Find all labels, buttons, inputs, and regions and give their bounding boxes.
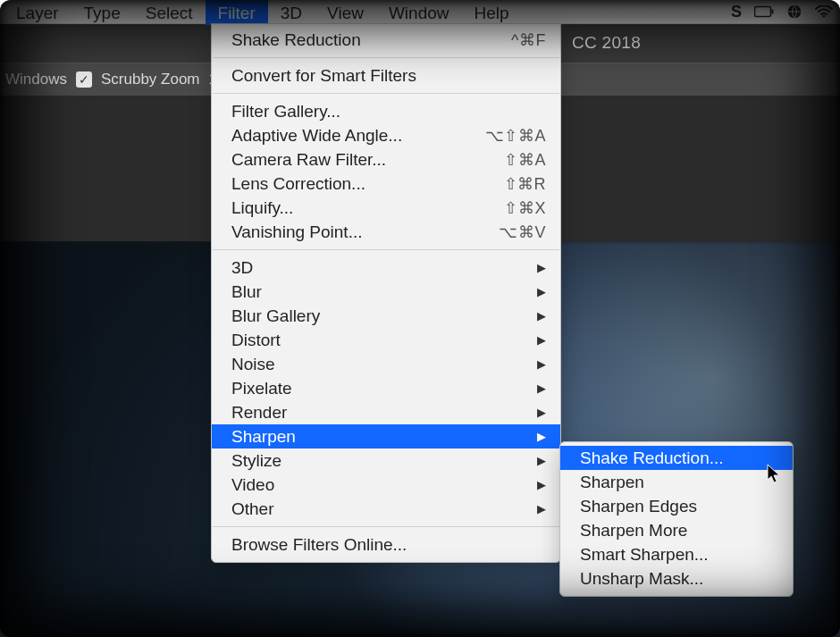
menu-item-shortcut: ⇧⌘R xyxy=(486,174,547,194)
svg-point-3 xyxy=(823,15,826,18)
menu-item-label: Sharpen More xyxy=(580,521,778,541)
submenu-arrow-icon: ▶ xyxy=(519,430,546,443)
menu-item-label: Blur xyxy=(231,282,519,302)
menu-item-convert-smart-filters[interactable]: Convert for Smart Filters xyxy=(212,63,560,88)
svg-rect-0 xyxy=(755,7,771,17)
menu-item-shortcut: ⌥⌘V xyxy=(481,222,546,242)
submenu-item-sharpen[interactable]: Sharpen xyxy=(560,470,793,494)
menu-separator xyxy=(213,526,559,527)
menu-item-label: Liquify... xyxy=(231,198,486,218)
svg-rect-1 xyxy=(772,10,774,14)
submenu-item-sharpen-edges[interactable]: Sharpen Edges xyxy=(560,494,793,518)
menu-item-noise[interactable]: Noise▶ xyxy=(212,352,560,376)
menu-separator xyxy=(213,249,559,250)
menu-item-label: Filter Gallery... xyxy=(231,102,546,122)
menu-item-sharpen[interactable]: Sharpen▶ xyxy=(212,424,560,448)
menu-item-camera-raw-filter[interactable]: Camera Raw Filter...⇧⌘A xyxy=(212,147,560,172)
menu-item-label: Adaptive Wide Angle... xyxy=(231,126,467,146)
menu-item-shortcut: ⇧⌘X xyxy=(486,198,546,218)
options-label-scrubby-zoom: Scrubby Zoom xyxy=(101,71,200,88)
menubar-item-layer[interactable]: Layer xyxy=(4,0,71,25)
submenu-arrow-icon: ▶ xyxy=(519,357,546,371)
menubar-item-window[interactable]: Window xyxy=(376,0,462,25)
menu-item-other[interactable]: Other▶ xyxy=(212,497,560,521)
submenu-item-sharpen-more[interactable]: Sharpen More xyxy=(560,518,793,542)
menu-item-blur[interactable]: Blur▶ xyxy=(212,280,560,304)
menu-item-liquify[interactable]: Liquify...⇧⌘X xyxy=(212,196,560,220)
menu-item-label: Smart Sharpen... xyxy=(580,545,778,565)
battery-icon[interactable] xyxy=(754,5,774,18)
menu-separator xyxy=(213,93,559,94)
menubar-item-help[interactable]: Help xyxy=(462,0,522,25)
menu-item-label: Sharpen xyxy=(231,427,519,447)
menubar-status-area: S xyxy=(731,0,840,23)
menu-item-label: Convert for Smart Filters xyxy=(231,66,546,86)
menu-item-shortcut: ⌥⇧⌘A xyxy=(467,126,546,146)
submenu-item-unsharp-mask[interactable]: Unsharp Mask... xyxy=(560,566,793,591)
menu-item-label: Distort xyxy=(231,331,519,350)
menu-item-pixelate[interactable]: Pixelate▶ xyxy=(212,376,560,400)
menu-item-label: 3D xyxy=(231,258,519,278)
menu-item-label: Sharpen xyxy=(580,473,778,492)
submenu-item-shake-reduction[interactable]: Shake Reduction... xyxy=(560,446,793,470)
menu-item-label: Shake Reduction xyxy=(231,30,493,50)
submenu-arrow-icon: ▶ xyxy=(519,502,546,515)
menu-item-label: Blur Gallery xyxy=(231,306,519,326)
scrubby-zoom-checkbox[interactable]: ✓ xyxy=(76,71,92,88)
document-title-fragment: CC 2018 xyxy=(572,33,641,53)
submenu-item-smart-sharpen[interactable]: Smart Sharpen... xyxy=(560,542,793,566)
menu-item-lens-correction[interactable]: Lens Correction...⇧⌘R xyxy=(212,172,560,196)
menubar: LayerTypeSelectFilter3DViewWindowHelp S xyxy=(0,0,840,24)
menu-item-3d[interactable]: 3D▶ xyxy=(212,256,560,280)
menu-item-label: Lens Correction... xyxy=(231,174,486,194)
menu-item-browse-filters-online[interactable]: Browse Filters Online... xyxy=(212,532,560,557)
submenu-arrow-icon: ▶ xyxy=(519,309,546,323)
menu-item-label: Render xyxy=(231,403,519,423)
menu-item-label: Unsharp Mask... xyxy=(580,569,778,589)
menu-item-label: Video xyxy=(231,475,519,495)
menubar-item-view[interactable]: View xyxy=(315,0,376,25)
menu-item-stylize[interactable]: Stylize▶ xyxy=(212,448,560,473)
menu-item-vanishing-point[interactable]: Vanishing Point...⌥⌘V xyxy=(212,220,560,244)
menu-item-shortcut: ⇧⌘A xyxy=(486,150,546,170)
submenu-arrow-icon: ▶ xyxy=(519,454,546,467)
menu-item-label: Camera Raw Filter... xyxy=(231,150,486,170)
submenu-arrow-icon: ▶ xyxy=(519,381,546,395)
menubar-item-label: Window xyxy=(389,4,449,23)
menubar-item-label: View xyxy=(327,4,364,23)
menu-item-last-filter[interactable]: Shake Reduction ^⌘F xyxy=(212,28,560,52)
menu-item-label: Sharpen Edges xyxy=(580,497,778,516)
menubar-item-label: Type xyxy=(84,4,121,23)
menu-item-label: Noise xyxy=(231,355,519,374)
menu-item-render[interactable]: Render▶ xyxy=(212,400,560,424)
menubar-item-label: Layer xyxy=(16,4,59,23)
menu-item-label: Stylize xyxy=(231,451,519,471)
menubar-item-select[interactable]: Select xyxy=(133,0,206,25)
menubar-item-label: Filter xyxy=(218,4,256,23)
options-label-windows: Windows xyxy=(5,71,67,88)
menu-item-label: Other xyxy=(231,499,519,519)
submenu-arrow-icon: ▶ xyxy=(519,333,546,347)
menubar-item-label: Select xyxy=(146,4,193,23)
menubar-item-label: 3D xyxy=(281,4,302,23)
submenu-arrow-icon: ▶ xyxy=(519,406,546,419)
menubar-item-3d[interactable]: 3D xyxy=(268,0,315,25)
menu-item-blur-gallery[interactable]: Blur Gallery▶ xyxy=(212,304,560,328)
menu-item-video[interactable]: Video▶ xyxy=(212,473,560,497)
letter-s-icon[interactable]: S xyxy=(731,3,742,21)
menu-item-distort[interactable]: Distort▶ xyxy=(212,328,560,352)
menu-item-label: Shake Reduction... xyxy=(580,448,778,468)
menubar-item-label: Help xyxy=(475,4,509,23)
menu-item-adaptive-wide-angle[interactable]: Adaptive Wide Angle...⌥⇧⌘A xyxy=(212,123,560,147)
menu-item-label: Vanishing Point... xyxy=(231,222,481,242)
submenu-arrow-icon: ▶ xyxy=(519,261,546,274)
wifi-icon[interactable] xyxy=(815,5,833,18)
globe-icon[interactable] xyxy=(786,4,802,20)
menubar-item-filter[interactable]: Filter xyxy=(206,0,268,25)
menu-item-label: Pixelate xyxy=(231,379,519,398)
menu-item-filter-gallery[interactable]: Filter Gallery... xyxy=(212,99,560,123)
menu-separator xyxy=(213,57,559,58)
menubar-item-type[interactable]: Type xyxy=(71,0,133,25)
menu-item-label: Browse Filters Online... xyxy=(231,535,546,555)
submenu-arrow-icon: ▶ xyxy=(519,285,546,298)
